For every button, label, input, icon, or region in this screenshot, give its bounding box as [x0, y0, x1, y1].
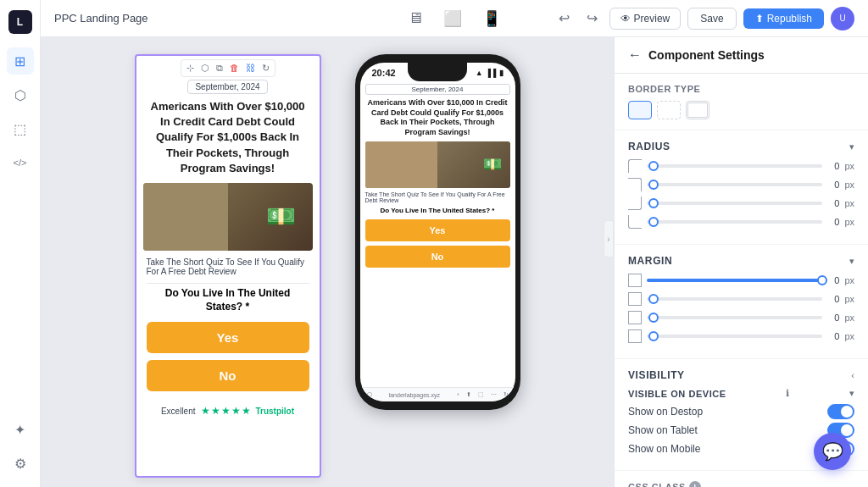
panel-header: ← Component Settings — [615, 37, 868, 74]
divider — [147, 283, 309, 284]
visible-on-device-label: VISIBLE ON DEVICE — [628, 389, 726, 399]
margin-row-right: 0 px — [628, 292, 854, 306]
user-avatar[interactable]: U — [831, 7, 854, 30]
desktop-view-icon[interactable]: 🖥 — [404, 6, 426, 30]
phone-time: 20:42 — [372, 68, 396, 78]
radius-row-bl: 0 px — [628, 215, 854, 229]
css-info-icon: i — [689, 481, 701, 487]
margin-row-top: 0 px — [628, 274, 854, 287]
radius-unit-tl: px — [844, 161, 854, 171]
radius-slider-bl[interactable] — [647, 220, 822, 224]
phone-menu-icon[interactable]: ⋯ — [491, 391, 497, 398]
margin-icon-left — [628, 329, 642, 343]
border-none-option[interactable] — [628, 101, 652, 119]
trustpilot-bar: Excellent ★ ★ ★ ★ ★ Trustpilot — [136, 398, 320, 423]
border-dashed-option[interactable] — [686, 101, 709, 119]
border-type-section: Border Type — [615, 74, 868, 130]
show-desktop-label: Show on Destop — [628, 406, 703, 418]
radius-header[interactable]: RADIUS ▾ — [628, 141, 854, 152]
margin-value-bottom: 0 — [827, 313, 839, 323]
link-icon[interactable]: ⛓ — [244, 62, 257, 75]
signal-icon: ▐▐ — [486, 69, 497, 77]
radius-slider-br[interactable] — [647, 202, 822, 205]
radius-value-tl: 0 — [827, 161, 839, 171]
sidebar-icon-settings[interactable]: ⚙ — [7, 450, 34, 477]
save-button[interactable]: Save — [687, 8, 736, 30]
panel-back-button[interactable]: ← — [628, 47, 642, 63]
desktop-preview: ⊹ ⬡ ⧉ 🗑 ⛓ ↻ September, 2024 Americans Wi… — [135, 54, 321, 478]
show-tablet-row: Show on Tablet — [628, 423, 854, 438]
preview-headline: Americans With Over $10,000 In Credit Ca… — [136, 99, 320, 176]
phone-no-button[interactable]: No — [365, 246, 510, 268]
more-icon[interactable]: ↻ — [260, 62, 271, 75]
margin-chevron: ▾ — [849, 256, 854, 267]
sidebar-icon-media[interactable]: ⬚ — [7, 115, 34, 142]
radius-row-tl: 0 px — [628, 159, 854, 173]
battery-icon: ▮ — [499, 69, 504, 77]
visibility-chevron: ‹ — [851, 370, 854, 380]
browser-icon: ⬡ — [367, 391, 372, 398]
margin-icon-bottom — [628, 311, 642, 324]
delete-icon[interactable]: 🗑 — [228, 62, 241, 75]
eye-icon: 👁 — [620, 13, 631, 25]
move-icon[interactable]: ⊹ — [185, 62, 196, 75]
radius-slider-tr[interactable] — [647, 183, 822, 186]
panel-collapse-handle[interactable]: › — [604, 220, 614, 257]
phone-refresh-icon[interactable]: ↻ — [504, 391, 509, 398]
margin-unit-right: px — [844, 294, 854, 304]
star-3: ★ — [221, 405, 231, 417]
radius-slider-tl[interactable] — [647, 164, 822, 168]
radius-section: RADIUS ▾ 0 px 0 px 0 px 0 px — [615, 130, 868, 245]
phone-headline: Americans With Over $10,000 In Credit Ca… — [365, 98, 510, 138]
margin-row-left: 0 px — [628, 329, 854, 343]
show-desktop-toggle[interactable] — [827, 404, 854, 419]
margin-slider-bottom[interactable] — [647, 316, 822, 319]
device-switcher: 🖥 ⬜ 📱 — [404, 6, 504, 31]
phone-yes-button[interactable]: Yes — [365, 219, 510, 241]
phone-tabs-icon[interactable]: ⬚ — [478, 391, 484, 398]
preview-button[interactable]: 👁 Preview — [609, 8, 682, 30]
margin-icon-top — [628, 274, 642, 287]
visibility-header[interactable]: VISIBILITY ‹ — [628, 369, 854, 381]
sidebar-icon-magic[interactable]: ✦ — [7, 416, 34, 443]
sidebar-icon-code[interactable]: </> — [7, 149, 34, 176]
margin-icon-right — [628, 292, 642, 306]
border-solid-option[interactable] — [657, 101, 681, 119]
date-badge: September, 2024 — [187, 80, 267, 94]
radius-row-tr: 0 px — [628, 178, 854, 191]
star-2: ★ — [211, 405, 220, 417]
margin-slider-left[interactable] — [647, 335, 822, 338]
mobile-preview-wrapper: 20:42 ▲ ▐▐ ▮ September, 2024 Americans W… — [355, 54, 520, 410]
topbar-actions: ↩ ↪ 👁 Preview Save ⬆ Republish U — [554, 7, 854, 30]
tablet-view-icon[interactable]: ⬜ — [440, 6, 465, 31]
mobile-view-icon[interactable]: 📱 — [479, 6, 504, 31]
radius-value-bl: 0 — [827, 217, 839, 227]
phone-share-icon[interactable]: ⬆ — [466, 391, 471, 398]
phone-body-text: Take The Short Quiz To See If You Qualif… — [365, 191, 510, 203]
chat-button[interactable]: 💬 — [814, 433, 851, 470]
redo-button[interactable]: ↪ — [581, 7, 603, 30]
sidebar-icon-components[interactable]: ⬡ — [7, 81, 34, 108]
phone-back-icon[interactable]: ‹ — [457, 391, 459, 398]
margin-header[interactable]: MARGIN ▾ — [628, 255, 854, 267]
phone-url: landerlabpages.xyz — [376, 392, 454, 398]
phone-date-badge: September, 2024 — [365, 84, 510, 95]
margin-slider-right[interactable] — [647, 297, 822, 301]
star-4: ★ — [231, 405, 241, 417]
margin-unit-left: px — [844, 331, 854, 341]
margin-slider-top[interactable] — [647, 279, 822, 282]
duplicate-icon[interactable]: ⧉ — [214, 62, 225, 75]
undo-button[interactable]: ↩ — [554, 7, 575, 30]
app-logo: L — [8, 10, 32, 34]
copy-icon[interactable]: ⬡ — [199, 62, 211, 75]
sidebar-icon-layers[interactable]: ⊞ — [7, 47, 34, 75]
no-button[interactable]: No — [147, 360, 309, 391]
radius-row-br: 0 px — [628, 196, 854, 210]
yes-button[interactable]: Yes — [147, 322, 309, 353]
trustpilot-label: Excellent — [161, 407, 196, 416]
phone-image — [365, 141, 510, 188]
phone-screen: 20:42 ▲ ▐▐ ▮ September, 2024 Americans W… — [360, 63, 515, 401]
main-canvas: ⊹ ⬡ ⧉ 🗑 ⛓ ↻ September, 2024 Americans Wi… — [41, 37, 614, 487]
republish-button[interactable]: ⬆ Republish — [743, 8, 824, 29]
css-class-label: CSS CLASS i — [628, 481, 854, 487]
